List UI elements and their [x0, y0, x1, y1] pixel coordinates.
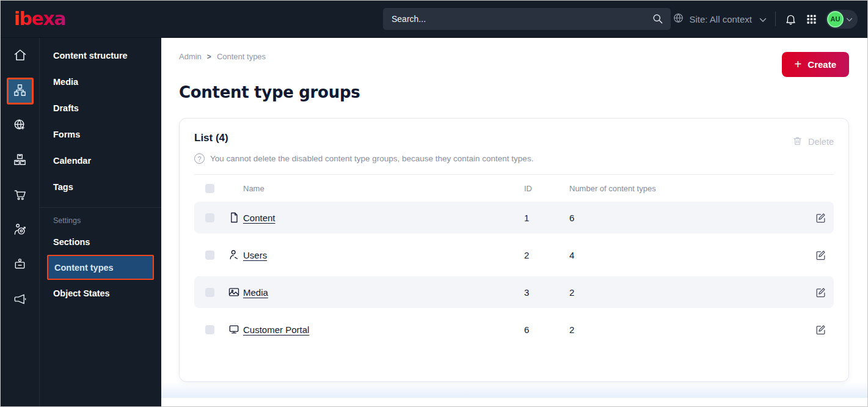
image-icon	[225, 286, 243, 298]
question-circle-icon: ?	[194, 153, 205, 164]
info-text: You cannot delete the disabled content t…	[210, 154, 533, 163]
row-checkbox[interactable]	[205, 288, 214, 297]
main-content: Admin > Content types + Create Content t…	[161, 38, 867, 406]
sidebar-item-content-types[interactable]: Content types	[47, 255, 154, 280]
sidebar-item-content-structure[interactable]: Content structure	[40, 42, 161, 68]
sidebar-item-label: Tags	[53, 182, 73, 192]
group-count-cell: 2	[569, 287, 807, 298]
sidebar-section-settings: Settings	[40, 208, 161, 229]
rail-item-personalization[interactable]	[7, 217, 34, 244]
sidebar-item-label: Drafts	[53, 103, 79, 113]
sidebar-item-forms[interactable]: Forms	[40, 121, 161, 147]
rail-item-site[interactable]	[7, 112, 34, 139]
admin-badge-icon	[13, 257, 27, 274]
sidebar-item-media[interactable]: Media	[40, 68, 161, 95]
sidebar-item-label: Content structure	[53, 51, 128, 61]
rail-item-commerce[interactable]	[7, 182, 34, 209]
site-globe-icon	[13, 118, 27, 134]
plus-icon: +	[795, 58, 802, 70]
breadcrumb-admin[interactable]: Admin	[179, 52, 202, 61]
notifications-bell-icon[interactable]	[784, 13, 797, 26]
create-button[interactable]: + Create	[782, 52, 849, 77]
rail-item-products[interactable]	[7, 147, 34, 174]
table-row: Content 1 6	[194, 202, 834, 233]
breadcrumb-separator: >	[207, 53, 211, 61]
delete-button[interactable]: Delete	[792, 136, 834, 148]
topbar-actions: Site: All context AU	[673, 10, 858, 29]
content-sidebar: Content structure Media Drafts Forms Cal…	[40, 38, 161, 406]
group-id-cell: 3	[524, 287, 569, 298]
column-header-id: ID	[524, 184, 569, 193]
column-header-name: Name	[243, 184, 264, 193]
table-body: Content 1 6 Users 2 4 Media 3 2	[194, 202, 834, 345]
group-count-cell: 4	[569, 250, 807, 260]
table-row: Users 2 4	[194, 239, 834, 271]
sidebar-item-label: Object States	[53, 288, 110, 298]
sidebar-item-sections[interactable]: Sections	[40, 229, 161, 255]
group-id-cell: 1	[524, 213, 569, 223]
group-count-cell: 6	[569, 213, 807, 223]
user-menu[interactable]: AU	[826, 10, 858, 29]
chevron-down-icon	[759, 14, 767, 24]
select-all-checkbox[interactable]	[205, 184, 214, 193]
rail-item-dashboard[interactable]	[7, 43, 34, 70]
group-name-link[interactable]: Customer Portal	[243, 324, 309, 335]
campaign-megaphone-icon	[13, 292, 27, 309]
edit-button[interactable]	[815, 324, 826, 336]
site-context-selector[interactable]: Site: All context	[673, 12, 767, 26]
globe-icon	[673, 12, 684, 26]
commerce-cart-icon	[13, 188, 27, 204]
group-id-cell: 6	[524, 324, 569, 335]
rail-item-campaign[interactable]	[7, 287, 34, 314]
file-icon	[225, 211, 243, 224]
sidebar-item-object-states[interactable]: Object States	[40, 280, 161, 306]
product-catalog-icon	[13, 153, 27, 169]
row-checkbox[interactable]	[205, 213, 214, 222]
main-nav-rail	[1, 38, 40, 406]
page-bottom-fade	[161, 382, 867, 398]
rail-item-admin[interactable]	[7, 252, 34, 279]
table-row: Media 3 2	[194, 276, 834, 308]
list-title: List (4)	[194, 132, 228, 144]
edit-button[interactable]	[815, 287, 826, 298]
sidebar-item-label: Content types	[54, 263, 114, 273]
breadcrumb-content-types[interactable]: Content types	[217, 52, 266, 61]
monitor-icon	[225, 323, 243, 336]
ibexa-logo: ibexa	[14, 10, 65, 28]
apps-grid-icon[interactable]	[806, 13, 817, 25]
breadcrumb: Admin > Content types	[179, 52, 849, 61]
global-search	[383, 8, 671, 30]
app-window: ibexa Site: All context	[0, 0, 868, 407]
row-checkbox[interactable]	[205, 325, 214, 334]
table-row: Customer Portal 6 2	[194, 314, 834, 345]
sidebar-item-label: Sections	[53, 237, 90, 247]
user-avatar: AU	[827, 11, 844, 28]
home-icon	[13, 48, 27, 65]
group-name-link[interactable]: Media	[243, 287, 268, 298]
trash-icon	[792, 136, 803, 148]
site-context-label: Site: All context	[689, 14, 752, 24]
group-name-link[interactable]: Content	[243, 213, 275, 223]
content-structure-icon	[13, 83, 27, 100]
page-title: Content type groups	[179, 83, 849, 101]
search-input[interactable]	[383, 8, 671, 30]
rail-item-content[interactable]	[7, 78, 34, 105]
group-id-cell: 2	[524, 250, 569, 260]
delete-button-label: Delete	[808, 137, 834, 147]
sidebar-item-label: Calendar	[53, 156, 91, 166]
table-header: Name ID Number of content types	[194, 175, 834, 202]
personalization-target-icon	[13, 222, 27, 239]
sidebar-item-label: Forms	[53, 130, 80, 139]
edit-button[interactable]	[815, 249, 826, 261]
edit-button[interactable]	[815, 212, 826, 224]
sidebar-item-drafts[interactable]: Drafts	[40, 95, 161, 121]
sidebar-item-calendar[interactable]: Calendar	[40, 147, 161, 174]
group-name-link[interactable]: Users	[243, 250, 267, 260]
sidebar-item-label: Media	[53, 77, 78, 87]
column-header-count: Number of content types	[569, 184, 807, 193]
info-message: ? You cannot delete the disabled content…	[194, 153, 834, 164]
user-icon	[225, 249, 243, 261]
row-checkbox[interactable]	[205, 251, 214, 260]
create-button-label: Create	[808, 59, 836, 70]
sidebar-item-tags[interactable]: Tags	[40, 174, 161, 200]
